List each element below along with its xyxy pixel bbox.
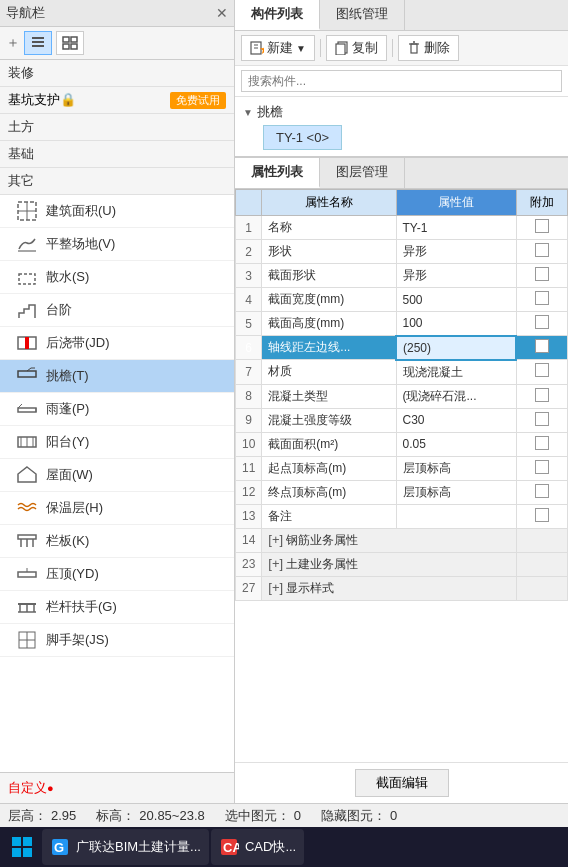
prop-check[interactable] [516,360,567,385]
prop-check[interactable] [516,264,567,288]
prop-check[interactable] [516,336,567,360]
row-num: 5 [236,312,262,336]
sidebar-item-press-top[interactable]: 压顶(YD) [0,558,234,591]
table-row[interactable]: 8混凝土类型(现浇碎石混... [236,384,568,408]
prop-check[interactable] [516,528,567,552]
svg-rect-50 [12,848,21,857]
checkbox[interactable] [535,436,549,450]
table-row[interactable]: 10截面面积(m²)0.05 [236,432,568,456]
floor-height-item: 层高： 2.95 [8,807,76,825]
checkbox[interactable] [535,315,549,329]
checkbox[interactable] [535,363,549,377]
table-row[interactable]: 5截面高度(mm)100 [236,312,568,336]
svg-rect-11 [19,274,35,284]
sidebar-item-level-ground[interactable]: 平整场地(V) [0,228,234,261]
prop-check[interactable] [516,288,567,312]
checkbox[interactable] [535,460,549,474]
svg-text:G: G [54,840,64,855]
taskbar-cad-app[interactable]: CAD CAD快... [211,829,304,865]
prop-check[interactable] [516,576,567,600]
scaffold-label: 脚手架(JS) [46,631,109,649]
sidebar-item-platform[interactable]: 台阶 [0,294,234,327]
search-input[interactable] [241,70,562,92]
tab-property-list[interactable]: 属性列表 [235,158,320,188]
prop-check[interactable] [516,408,567,432]
svg-rect-49 [23,837,32,846]
sidebar-item-lintel[interactable]: 挑檐(T) [0,360,234,393]
sidebar-item-handrail[interactable]: 栏杆扶手(G) [0,591,234,624]
table-row[interactable]: 23[+]土建业务属性 [236,552,568,576]
taskbar-bim-app[interactable]: G 广联达BIM土建计量... [42,829,209,865]
table-row[interactable]: 6轴线距左边线...(250) [236,336,568,360]
prop-name: 材质 [262,360,396,385]
sidebar-item-building-area[interactable]: 建筑面积(U) [0,195,234,228]
prop-check[interactable] [516,216,567,240]
prop-check[interactable] [516,312,567,336]
tab-drawing-mgmt[interactable]: 图纸管理 [320,0,405,30]
nav-close-button[interactable]: ✕ [216,5,228,21]
row-num: 23 [236,552,262,576]
prop-check[interactable] [516,240,567,264]
row-num: 11 [236,456,262,480]
prop-check[interactable] [516,480,567,504]
section-jikeng: 基坑支护🔒 免费试用 [0,87,234,114]
table-row[interactable]: 27[+]显示样式 [236,576,568,600]
checkbox[interactable] [535,412,549,426]
table-row[interactable]: 13备注 [236,504,568,528]
component-tree: ▼ 挑檐 TY-1 <0> [235,97,568,156]
sidebar-item-scatter-water[interactable]: 散水(S) [0,261,234,294]
checkbox[interactable] [535,508,549,522]
checkbox[interactable] [535,388,549,402]
section-edit-button[interactable]: 截面编辑 [355,769,449,797]
prop-check[interactable] [516,552,567,576]
tree-item-ty1[interactable]: TY-1 <0> [263,125,342,150]
checkbox[interactable] [535,484,549,498]
copy-button[interactable]: 复制 [326,35,387,61]
property-table: 属性名称 属性值 附加 1名称TY-12形状异形3截面形状异形4截面宽度(mm)… [235,189,568,762]
sidebar-item-railing[interactable]: 栏板(K) [0,525,234,558]
delete-button[interactable]: 删除 [398,35,459,61]
prop-check[interactable] [516,432,567,456]
svg-text:CAD: CAD [223,840,239,855]
checkbox[interactable] [535,339,549,353]
svg-rect-48 [12,837,21,846]
tab-layer-mgmt[interactable]: 图层管理 [320,158,405,188]
checkbox[interactable] [535,219,549,233]
nav-grid-view-button[interactable] [56,31,84,55]
table-row[interactable]: 12终点顶标高(m)层顶标高 [236,480,568,504]
prop-name: 截面形状 [262,264,396,288]
table-row[interactable]: 9混凝土强度等级C30 [236,408,568,432]
nav-header: 导航栏 ✕ [0,0,234,27]
sidebar-item-scaffold[interactable]: 脚手架(JS) [0,624,234,657]
table-row[interactable]: 11起点顶标高(m)层顶标高 [236,456,568,480]
prop-check[interactable] [516,384,567,408]
checkbox[interactable] [535,243,549,257]
new-icon: ★ [250,41,264,55]
prop-check[interactable] [516,456,567,480]
sidebar-item-insulation[interactable]: 保温层(H) [0,492,234,525]
table-row[interactable]: 7材质现浇混凝土 [236,360,568,385]
checkbox[interactable] [535,291,549,305]
table-row[interactable]: 14[+]钢筋业务属性 [236,528,568,552]
table-row[interactable]: 2形状异形 [236,240,568,264]
svg-rect-26 [18,535,36,539]
table-row[interactable]: 3截面形状异形 [236,264,568,288]
table-row[interactable]: 4截面宽度(mm)500 [236,288,568,312]
prop-value[interactable]: (250) [396,336,516,360]
checkbox[interactable] [535,267,549,281]
prop-check[interactable] [516,504,567,528]
sidebar-item-post-pour[interactable]: 后浇带(JD) [0,327,234,360]
table-row[interactable]: 1名称TY-1 [236,216,568,240]
sidebar-item-balcony[interactable]: 阳台(Y) [0,426,234,459]
section-tufang: 土方 [0,114,234,141]
tab-component-list[interactable]: 构件列表 [235,0,320,30]
nav-list-view-button[interactable] [24,31,52,55]
nav-scroll-area[interactable]: 装修 基坑支护🔒 免费试用 土方 基础 其它 [0,60,234,772]
new-button[interactable]: ★ 新建 ▼ [241,35,315,61]
nav-add-icon[interactable]: ＋ [6,34,20,52]
prop-value: (现浇碎石混... [396,384,516,408]
sidebar-item-canopy[interactable]: 雨蓬(P) [0,393,234,426]
start-button[interactable] [4,829,40,865]
custom-dot: ● [47,782,54,794]
sidebar-item-roof[interactable]: 屋面(W) [0,459,234,492]
